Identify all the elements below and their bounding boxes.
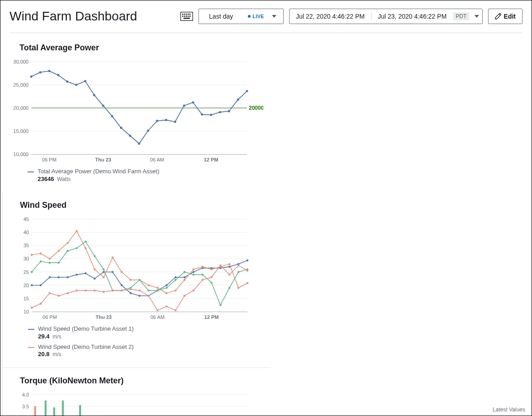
svg-point-125 (76, 247, 77, 249)
svg-point-118 (237, 287, 239, 289)
svg-point-104 (111, 256, 113, 258)
svg-point-159 (156, 309, 158, 311)
svg-rect-8 (186, 16, 187, 17)
svg-point-120 (31, 271, 33, 273)
svg-point-106 (130, 279, 131, 281)
svg-point-142 (228, 287, 230, 289)
svg-text:4.0: 4.0 (22, 392, 29, 397)
svg-point-127 (94, 255, 96, 257)
svg-point-39 (165, 119, 167, 121)
range-picker[interactable]: Last day LIVE (198, 9, 284, 24)
legend-name: Wind Speed (Demo Turbine Asset 2) (38, 343, 134, 350)
svg-point-126 (85, 240, 87, 242)
svg-point-155 (121, 289, 122, 291)
svg-point-70 (31, 284, 33, 286)
chart-wind-speed: 101520253035404506 PMThu 2306 AM12 PM (10, 216, 264, 321)
svg-point-149 (67, 292, 68, 294)
svg-point-109 (156, 287, 158, 289)
svg-point-45 (219, 111, 221, 113)
svg-text:12 PM: 12 PM (204, 314, 219, 320)
svg-text:10: 10 (24, 309, 29, 314)
svg-point-77 (94, 278, 96, 279)
svg-point-169 (247, 269, 248, 271)
svg-text:20: 20 (24, 282, 29, 288)
svg-point-133 (148, 289, 150, 291)
svg-point-81 (130, 292, 131, 294)
svg-text:10,000: 10,000 (13, 152, 29, 157)
svg-point-113 (193, 268, 194, 270)
caret-down-icon (471, 15, 482, 18)
svg-text:Thu 23: Thu 23 (95, 157, 111, 162)
legend-swatch (28, 329, 34, 330)
legend-wind-speed: Wind Speed (Demo Turbine Asset 1) 29.4 m… (28, 325, 264, 359)
svg-point-148 (58, 295, 59, 297)
svg-point-108 (148, 284, 150, 286)
svg-point-161 (174, 309, 176, 311)
svg-point-146 (40, 303, 42, 304)
panel-total-average-power: Total Average Power 10,00015,00020,00025… (2, 35, 271, 192)
svg-rect-11 (184, 18, 190, 19)
svg-point-100 (76, 230, 77, 232)
svg-point-141 (219, 304, 221, 306)
legend-name: Total Average Power (Demo Wind Farm Asse… (38, 168, 160, 175)
svg-point-30 (84, 80, 87, 82)
svg-point-163 (193, 289, 194, 291)
svg-rect-10 (189, 16, 191, 17)
svg-text:06 AM: 06 AM (150, 157, 164, 162)
svg-point-40 (174, 121, 176, 123)
chart-torque: 0.00.51.01.52.02.53.03.54.006 PMThu 2306… (10, 392, 264, 416)
svg-point-35 (129, 135, 131, 137)
svg-point-136 (174, 279, 176, 281)
live-badge: LIVE (248, 14, 264, 19)
svg-point-124 (67, 250, 68, 252)
panel-torque: Torque (KiloNewton Meter) 0.00.51.01.52.… (2, 367, 271, 416)
svg-point-46 (228, 110, 230, 113)
svg-point-123 (58, 262, 59, 264)
svg-point-79 (111, 271, 113, 273)
legend-swatch (28, 171, 34, 172)
panel-title: Wind Speed (20, 201, 264, 210)
panel-wind-speed: Wind Speed 101520253035404506 PMThu 2306… (2, 192, 271, 368)
svg-point-95 (31, 254, 33, 255)
svg-point-110 (165, 292, 167, 294)
range-start: Jul 22, 2020 4:46:22 PM (290, 13, 371, 20)
svg-point-44 (210, 114, 212, 116)
svg-point-34 (120, 127, 122, 129)
svg-point-140 (210, 281, 212, 283)
svg-rect-2 (184, 14, 185, 15)
svg-point-115 (210, 268, 212, 270)
svg-point-94 (247, 259, 248, 261)
legend-unit: Watts (57, 176, 71, 182)
svg-point-33 (111, 115, 113, 117)
svg-text:15: 15 (24, 296, 29, 301)
svg-point-143 (237, 271, 239, 273)
range-label: Last day (203, 13, 243, 20)
svg-rect-218 (34, 406, 36, 416)
svg-rect-244 (45, 401, 47, 416)
edit-button[interactable]: Edit (488, 9, 522, 24)
svg-rect-9 (188, 16, 189, 17)
svg-point-138 (193, 274, 194, 275)
svg-point-145 (31, 307, 33, 308)
svg-rect-7 (184, 16, 185, 17)
footer-latest-values: Latest Values (493, 406, 525, 413)
legend-item: Wind Speed (Demo Turbine Asset 1) 29.4 m… (28, 325, 264, 341)
svg-point-74 (67, 276, 68, 278)
svg-text:35: 35 (24, 243, 29, 248)
svg-point-154 (111, 289, 113, 291)
svg-point-158 (148, 295, 150, 297)
svg-text:06 PM: 06 PM (42, 157, 57, 162)
svg-point-162 (184, 295, 185, 297)
svg-text:12 PM: 12 PM (204, 157, 218, 162)
svg-point-112 (184, 279, 185, 281)
panel-title: Total Average Power (19, 43, 263, 53)
datetime-range-picker[interactable]: Jul 22, 2020 4:46:22 PM Jul 23, 2020 4:4… (289, 9, 483, 24)
svg-point-134 (156, 289, 158, 291)
svg-point-132 (139, 279, 140, 281)
svg-point-150 (76, 289, 77, 291)
svg-point-97 (48, 258, 50, 259)
svg-point-43 (201, 113, 203, 116)
svg-point-26 (48, 70, 50, 72)
header-bar: Wind Farm Dashboard Last day LIVE Jul 22… (0, 0, 532, 33)
keyboard-icon[interactable] (180, 12, 193, 21)
